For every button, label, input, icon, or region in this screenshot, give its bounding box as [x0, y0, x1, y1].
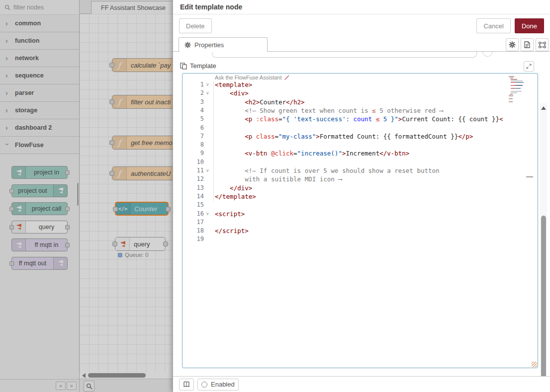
dialog-title: Edit template node: [173, 0, 550, 14]
editor-line[interactable]: 1∨<template>: [183, 80, 538, 89]
code-text: </template>: [215, 192, 256, 201]
template-field-row: Template: [180, 62, 216, 70]
line-number: 3: [183, 98, 204, 105]
properties-tool-button[interactable]: [506, 38, 519, 51]
dialog-tab-tools: [506, 38, 549, 51]
gear-icon: [509, 41, 516, 48]
assistant-placeholder[interactable]: Ask the FlowFuse Assistant: [215, 75, 290, 80]
edit-template-dialog: Edit template node Delete Cancel Done Pr: [173, 0, 550, 392]
fold-arrow-icon[interactable]: ∨: [206, 211, 209, 216]
delete-button[interactable]: Delete: [179, 18, 212, 33]
editor-line[interactable]: 19: [183, 235, 538, 243]
assistant-placeholder-text: Ask the FlowFuse Assistant: [215, 75, 282, 80]
done-button[interactable]: Done: [515, 18, 544, 33]
editor-line[interactable]: 3 <h2>Counter</h2>: [183, 98, 538, 106]
node-red-editor: filter nodes ›common›function›network›se…: [0, 0, 550, 392]
editor-expand-button[interactable]: [524, 61, 534, 72]
book-icon: [183, 381, 190, 388]
tab-properties[interactable]: Properties: [179, 37, 268, 52]
scrolled-button-remnant: [482, 52, 493, 57]
code-text: <h2>Counter</h2>: [215, 98, 305, 106]
code-text: <div>: [215, 89, 249, 97]
code-text: </script>: [215, 227, 249, 235]
modal-overlay: [0, 0, 173, 392]
line-number: 16: [183, 210, 204, 217]
dialog-tabbar: Properties: [173, 37, 550, 52]
scrolled-field-remnant: [212, 52, 477, 58]
line-number: 14: [183, 193, 204, 200]
code-text: <script>: [215, 210, 245, 218]
code-text: with a suitible MDI icon ⟶: [215, 175, 342, 183]
line-number: 6: [183, 124, 204, 131]
scroll-up-arrow-icon[interactable]: [541, 106, 546, 110]
editor-line[interactable]: 5 <p :class="{ 'text-success': count ≤ 5…: [183, 115, 538, 123]
editor-line[interactable]: 4 <!— Show green text when count is ≤ 5 …: [183, 106, 538, 115]
editor-line[interactable]: 6: [183, 124, 538, 132]
editor-resize-grip[interactable]: [532, 362, 537, 367]
document-icon: [524, 41, 530, 48]
fold-arrow-icon[interactable]: ∨: [206, 168, 209, 173]
editor-line[interactable]: 10: [183, 158, 538, 166]
enabled-toggle-button[interactable]: Enabled: [197, 379, 239, 391]
editor-line[interactable]: 18</script>: [183, 227, 538, 235]
paste-icon: [180, 63, 187, 70]
editor-minimap[interactable]: [508, 75, 529, 107]
editor-line[interactable]: 13 </div>: [183, 184, 538, 192]
expand-icon: [526, 64, 532, 69]
editor-line[interactable]: 2∨ <div>: [183, 89, 538, 97]
code-text: <p class="my-class">Formatted Count: {{ …: [215, 132, 473, 141]
object-group-icon: [539, 42, 546, 48]
gear-icon: [184, 42, 191, 48]
line-number: 19: [183, 235, 204, 242]
line-number: 9: [183, 150, 204, 157]
line-number: 10: [183, 158, 204, 165]
editor-line[interactable]: 7 <p class="my-class">Formatted Count: {…: [183, 132, 538, 141]
magic-wand-icon: [284, 75, 290, 80]
line-number: 15: [183, 201, 204, 208]
editor-line[interactable]: 8: [183, 141, 538, 149]
line-number: 5: [183, 115, 204, 122]
line-number: 13: [183, 184, 204, 191]
editor-line[interactable]: 9 <v-btn @click="increase()">Increment</…: [183, 149, 538, 157]
dialog-form: Template Ask the FlowFuse Assistant: [173, 52, 550, 376]
line-number: 17: [183, 219, 204, 226]
editor-line[interactable]: 16∨<script>: [183, 210, 538, 218]
line-number: 11: [183, 167, 204, 174]
tab-properties-label: Properties: [194, 41, 224, 49]
cancel-button[interactable]: Cancel: [476, 18, 510, 33]
dialog-footer: Enabled: [173, 376, 550, 392]
overview-ruler-mark: [526, 176, 533, 177]
line-number: 7: [183, 133, 204, 140]
editor-line[interactable]: 12 with a suitible MDI icon ⟶: [183, 175, 538, 183]
line-number: 1: [183, 81, 204, 88]
template-code-editor[interactable]: Ask the FlowFuse Assistant 1∨<template>2…: [182, 73, 538, 368]
code-text: </div>: [215, 184, 252, 192]
line-number: 18: [183, 227, 204, 234]
description-tool-button[interactable]: [521, 38, 534, 51]
editor-line[interactable]: 15: [183, 201, 538, 209]
line-number: 4: [183, 107, 204, 114]
editor-line[interactable]: 11∨ <!— If count is over 5 we should sho…: [183, 166, 538, 175]
enabled-toggle-label: Enabled: [211, 381, 235, 388]
appearance-tool-button[interactable]: [536, 38, 549, 51]
fold-arrow-icon[interactable]: ∨: [206, 90, 209, 95]
code-text: <template>: [215, 80, 252, 89]
line-number: 8: [183, 141, 204, 148]
dialog-scrollbar[interactable]: [540, 103, 547, 376]
docs-button[interactable]: [179, 379, 194, 391]
editor-line[interactable]: 14</template>: [183, 192, 538, 201]
code-text: <!— If count is over 5 we should show a …: [215, 166, 440, 175]
code-text: <v-btn @click="increase()">Increment</v-…: [215, 149, 409, 157]
template-field-label: Template: [190, 62, 216, 70]
dialog-scrollbar-thumb[interactable]: [541, 216, 546, 376]
line-number: 2: [183, 89, 204, 96]
code-text: <!— Show green text when count is ≤ 5 ot…: [215, 106, 443, 115]
toggle-circle-icon: [201, 382, 207, 388]
dialog-toolbar: Delete Cancel Done: [173, 15, 550, 37]
editor-line[interactable]: 17: [183, 218, 538, 227]
line-number: 12: [183, 175, 204, 182]
code-text: <p :class="{ 'text-success': count ≤ 5 }…: [215, 115, 503, 123]
fold-arrow-icon[interactable]: ∨: [206, 82, 209, 87]
